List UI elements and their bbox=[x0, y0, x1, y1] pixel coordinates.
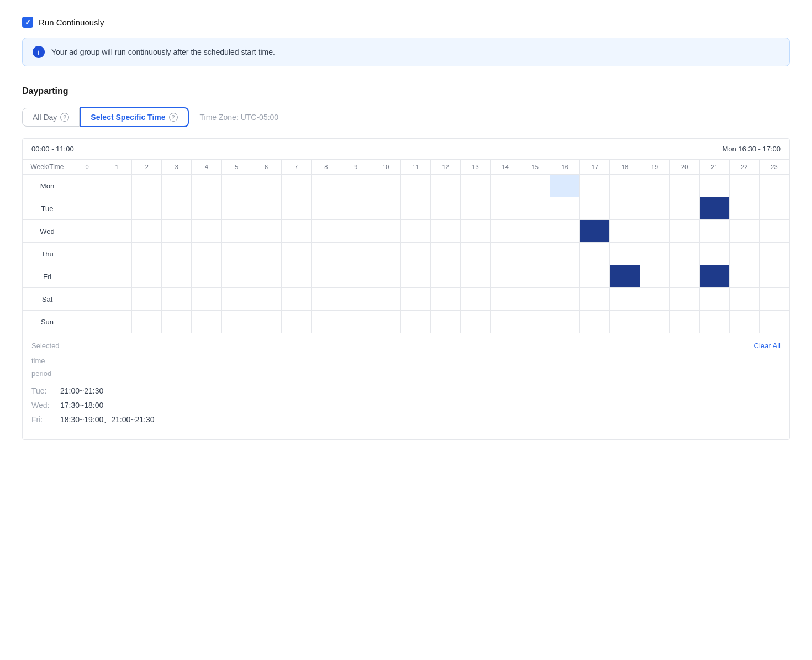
grid-cell-fri-11[interactable] bbox=[401, 265, 431, 287]
grid-cell-mon-1[interactable] bbox=[102, 175, 132, 197]
grid-cell-sat-3[interactable] bbox=[162, 288, 192, 310]
grid-cell-sun-18[interactable] bbox=[610, 311, 640, 333]
grid-cell-tue-18[interactable] bbox=[610, 197, 640, 219]
grid-cell-fri-4[interactable] bbox=[192, 265, 222, 287]
grid-cell-wed-12[interactable] bbox=[431, 220, 461, 242]
grid-cell-wed-22[interactable] bbox=[730, 220, 760, 242]
grid-cell-wed-1[interactable] bbox=[102, 220, 132, 242]
grid-cell-mon-19[interactable] bbox=[640, 175, 670, 197]
grid-cell-sun-14[interactable] bbox=[491, 311, 520, 333]
grid-cell-thu-18[interactable] bbox=[610, 243, 640, 265]
grid-cell-thu-0[interactable] bbox=[72, 243, 102, 265]
grid-cell-sat-12[interactable] bbox=[431, 288, 461, 310]
grid-cell-mon-21[interactable] bbox=[700, 175, 730, 197]
grid-cell-sun-6[interactable] bbox=[251, 311, 281, 333]
grid-cell-tue-2[interactable] bbox=[132, 197, 162, 219]
grid-cell-thu-19[interactable] bbox=[640, 243, 670, 265]
grid-cell-thu-21[interactable] bbox=[700, 243, 730, 265]
grid-cell-fri-13[interactable] bbox=[461, 265, 491, 287]
grid-cell-thu-22[interactable] bbox=[730, 243, 760, 265]
grid-cell-sat-21[interactable] bbox=[700, 288, 730, 310]
grid-cell-sat-6[interactable] bbox=[251, 288, 281, 310]
grid-cell-sat-9[interactable] bbox=[341, 288, 371, 310]
grid-cell-tue-7[interactable] bbox=[282, 197, 312, 219]
grid-cell-wed-16[interactable] bbox=[550, 220, 580, 242]
grid-cell-fri-2[interactable] bbox=[132, 265, 162, 287]
grid-cell-mon-4[interactable] bbox=[192, 175, 222, 197]
grid-cell-thu-17[interactable] bbox=[580, 243, 610, 265]
grid-cell-fri-5[interactable] bbox=[222, 265, 251, 287]
grid-cell-wed-17[interactable] bbox=[580, 220, 610, 242]
grid-cell-fri-8[interactable] bbox=[312, 265, 341, 287]
grid-cell-sat-20[interactable] bbox=[670, 288, 700, 310]
grid-cell-fri-0[interactable] bbox=[72, 265, 102, 287]
clear-all-button[interactable]: Clear All bbox=[754, 342, 781, 350]
grid-cell-tue-21[interactable] bbox=[700, 197, 730, 219]
grid-cell-wed-4[interactable] bbox=[192, 220, 222, 242]
grid-cell-mon-7[interactable] bbox=[282, 175, 312, 197]
grid-cell-sun-17[interactable] bbox=[580, 311, 610, 333]
grid-cell-thu-12[interactable] bbox=[431, 243, 461, 265]
grid-cell-wed-3[interactable] bbox=[162, 220, 192, 242]
grid-cell-wed-0[interactable] bbox=[72, 220, 102, 242]
grid-cell-mon-23[interactable] bbox=[760, 175, 789, 197]
grid-cell-mon-16[interactable] bbox=[550, 175, 580, 197]
grid-cell-sat-0[interactable] bbox=[72, 288, 102, 310]
grid-cell-wed-7[interactable] bbox=[282, 220, 312, 242]
grid-cell-fri-7[interactable] bbox=[282, 265, 312, 287]
grid-cell-tue-8[interactable] bbox=[312, 197, 341, 219]
grid-cell-mon-15[interactable] bbox=[520, 175, 550, 197]
grid-cell-mon-12[interactable] bbox=[431, 175, 461, 197]
grid-cell-tue-17[interactable] bbox=[580, 197, 610, 219]
grid-cell-fri-20[interactable] bbox=[670, 265, 700, 287]
grid-cell-wed-13[interactable] bbox=[461, 220, 491, 242]
grid-cell-fri-9[interactable] bbox=[341, 265, 371, 287]
grid-cell-sat-8[interactable] bbox=[312, 288, 341, 310]
grid-cell-wed-19[interactable] bbox=[640, 220, 670, 242]
grid-cell-sat-23[interactable] bbox=[760, 288, 789, 310]
grid-cell-mon-22[interactable] bbox=[730, 175, 760, 197]
grid-cell-mon-5[interactable] bbox=[222, 175, 251, 197]
specific-time-help-icon[interactable]: ? bbox=[169, 113, 178, 122]
grid-cell-fri-16[interactable] bbox=[550, 265, 580, 287]
grid-cell-sat-5[interactable] bbox=[222, 288, 251, 310]
grid-cell-mon-3[interactable] bbox=[162, 175, 192, 197]
grid-cell-wed-14[interactable] bbox=[491, 220, 520, 242]
grid-cell-tue-23[interactable] bbox=[760, 197, 789, 219]
grid-cell-sun-8[interactable] bbox=[312, 311, 341, 333]
grid-cell-tue-15[interactable] bbox=[520, 197, 550, 219]
grid-cell-sun-21[interactable] bbox=[700, 311, 730, 333]
select-specific-time-tab[interactable]: Select Specific Time ? bbox=[80, 107, 188, 127]
grid-cell-fri-19[interactable] bbox=[640, 265, 670, 287]
all-day-help-icon[interactable]: ? bbox=[60, 113, 69, 122]
grid-cell-sat-2[interactable] bbox=[132, 288, 162, 310]
grid-cell-tue-4[interactable] bbox=[192, 197, 222, 219]
grid-cell-mon-18[interactable] bbox=[610, 175, 640, 197]
grid-cell-thu-16[interactable] bbox=[550, 243, 580, 265]
grid-cell-tue-20[interactable] bbox=[670, 197, 700, 219]
grid-cell-fri-6[interactable] bbox=[251, 265, 281, 287]
grid-cell-tue-11[interactable] bbox=[401, 197, 431, 219]
grid-cell-wed-11[interactable] bbox=[401, 220, 431, 242]
grid-cell-thu-20[interactable] bbox=[670, 243, 700, 265]
grid-cell-tue-9[interactable] bbox=[341, 197, 371, 219]
grid-cell-fri-14[interactable] bbox=[491, 265, 520, 287]
grid-cell-thu-2[interactable] bbox=[132, 243, 162, 265]
grid-cell-thu-6[interactable] bbox=[251, 243, 281, 265]
grid-cell-tue-19[interactable] bbox=[640, 197, 670, 219]
grid-cell-sat-7[interactable] bbox=[282, 288, 312, 310]
grid-cell-sun-22[interactable] bbox=[730, 311, 760, 333]
grid-cell-mon-20[interactable] bbox=[670, 175, 700, 197]
grid-cell-tue-12[interactable] bbox=[431, 197, 461, 219]
grid-cell-thu-14[interactable] bbox=[491, 243, 520, 265]
grid-cell-sat-16[interactable] bbox=[550, 288, 580, 310]
grid-cell-sat-14[interactable] bbox=[491, 288, 520, 310]
grid-cell-thu-13[interactable] bbox=[461, 243, 491, 265]
grid-cell-sat-19[interactable] bbox=[640, 288, 670, 310]
grid-cell-wed-6[interactable] bbox=[251, 220, 281, 242]
grid-cell-sun-20[interactable] bbox=[670, 311, 700, 333]
grid-cell-sun-2[interactable] bbox=[132, 311, 162, 333]
grid-cell-sat-15[interactable] bbox=[520, 288, 550, 310]
grid-cell-sun-3[interactable] bbox=[162, 311, 192, 333]
grid-cell-thu-9[interactable] bbox=[341, 243, 371, 265]
